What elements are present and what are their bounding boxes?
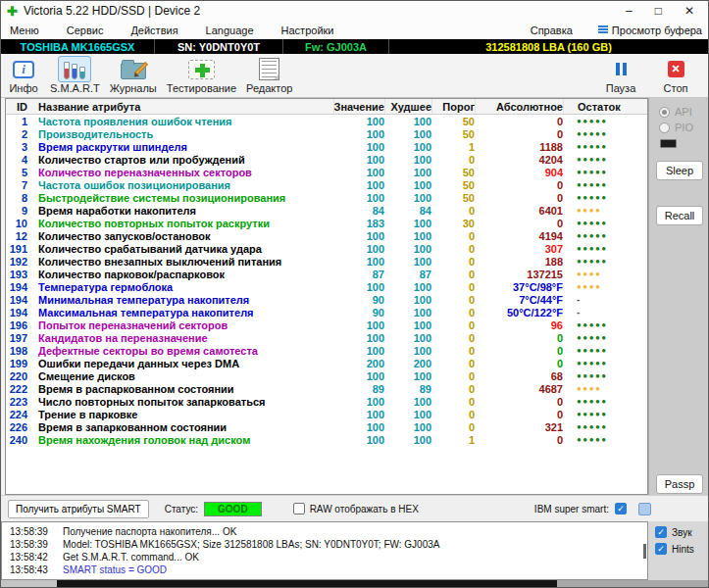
attr-name: Количество срабатываний датчика удара [29,243,333,255]
table-row[interactable]: 194Минимальная температура накопителя901… [6,293,647,306]
attr-health: ●●●●● [563,155,647,165]
testing-tab-button[interactable]: Тестирование [167,56,236,94]
attr-name: Количество переназначенных секторов [29,167,333,178]
attr-health: - [563,308,647,318]
table-row[interactable]: 223Число повторных попыток запарковаться… [6,395,647,408]
column-header-value: Значение [333,99,384,114]
sound-checkbox[interactable]: ✓ Звук [655,526,708,538]
log-message: SMART status = GOOD [47,564,167,576]
sleep-button[interactable]: Sleep [656,161,703,180]
table-row[interactable]: 224Трение в парковке10010000●●●●● [6,408,647,420]
attr-id: 9 [6,205,29,217]
attr-id: 4 [6,154,29,166]
menu-item-help[interactable]: Справка [531,24,573,36]
table-row[interactable]: 220Смещение дисков100100068●●●●● [6,369,647,382]
menu-item-service[interactable]: Сервис [67,24,104,36]
table-row[interactable]: 222Время в распаркованном состоянии89890… [6,382,647,395]
attr-value: 200 [333,358,384,369]
attr-value: 100 [333,167,384,178]
table-row[interactable]: 8Быстродействие системы позиционирования… [6,191,647,204]
editor-tab-button[interactable]: Редактор [246,56,292,94]
log-scrollbar[interactable] [643,544,646,559]
attr-worst: 100 [384,154,431,166]
attr-id: 194 [6,294,29,306]
attr-threshold: 0 [431,269,475,280]
log-timestamp: 13:58:39 [2,538,47,551]
attr-health: ●●●●● [563,231,647,241]
drive-capacity: 312581808 LBA (160 GB) [388,39,708,54]
attr-value: 90 [333,294,384,306]
info-tab-button[interactable]: i Инфо [7,56,40,94]
attr-id: 7 [6,179,29,191]
minimize-button[interactable]: – [626,4,633,18]
ibm-super-smart-checkbox[interactable]: IBM super smart: ✓ [534,503,627,514]
attr-worst: 100 [384,421,431,433]
attr-raw: 0 [475,409,563,420]
hints-checkbox[interactable]: ✓ Hints [655,543,708,555]
attr-health: ●●●●● [563,180,647,190]
table-header: ID Название атрибута Значение Худшее Пор… [6,99,647,115]
table-row[interactable]: 1Частота проявления ошибок чтения1001005… [6,115,647,127]
smart-tab-button[interactable]: S.M.A.R.T [50,56,100,94]
table-row[interactable]: 192Количество внезапных выключений питан… [6,255,647,268]
close-button[interactable]: ✕ [684,4,694,18]
journals-tab-button[interactable]: Журналы [110,56,157,94]
ibm-label: IBM super smart: [534,504,609,514]
menu-item-settings[interactable]: Настройки [281,24,334,36]
table-row[interactable]: 7Частота ошибок позиционирования10010050… [6,178,647,191]
attr-health: ●●●●● [563,397,647,407]
stop-icon: ✕ [668,61,684,77]
maximize-button[interactable]: □ [655,4,662,18]
attr-id: 223 [6,396,29,408]
table-row[interactable]: 4Количество стартов или пробуждений10010… [6,153,647,166]
table-row[interactable]: 196Попыток переназначений секторов100100… [6,318,647,331]
table-row[interactable]: 3Время раскрутки шпинделя10010011188●●●●… [6,140,647,153]
pause-button[interactable]: Пауза [604,56,637,94]
attr-health: ●●●● [563,206,647,216]
table-row[interactable]: 194Температура гермоблока100100037°C/98°… [6,280,647,293]
menu-item-actions[interactable]: Действия [130,24,177,36]
menu-item-menu[interactable]: Меню [10,24,39,36]
attr-raw: 0 [475,396,563,408]
table-row[interactable]: 197Кандидатов на переназначение10010000●… [6,331,647,344]
blue-indicator-button[interactable] [638,503,651,515]
attr-threshold: 50 [431,128,475,140]
table-row[interactable]: 198Дефектные секторы во время самотеста1… [6,344,647,357]
table-row[interactable]: 199Ошибки передачи данных через DMA20020… [6,357,647,369]
attr-health: ●●●●● [563,142,647,152]
table-row[interactable]: 191Количество срабатываний датчика удара… [6,242,647,255]
buffer-view-label: Просмотр буфера [612,24,702,36]
table-row[interactable]: 194Максимальная температура накопителя90… [6,306,647,318]
attr-raw: 188 [475,256,563,268]
table-row[interactable]: 193Количество парковок/распарковок878701… [6,268,647,280]
attr-id: 8 [6,192,29,204]
api-radio[interactable]: API [659,106,692,118]
pio-radio[interactable]: PIO [659,122,693,133]
table-row[interactable]: 9Время наработки накопителя848406401●●●● [6,204,647,217]
attr-worst: 100 [384,294,431,306]
stop-button[interactable]: ✕ Стоп [659,56,692,94]
table-row[interactable]: 5Количество переназначенных секторов1001… [6,166,647,178]
raw-hex-checkbox[interactable]: RAW отображать в HEX [293,503,419,514]
activity-led [660,139,677,148]
attr-health: ●●●● [563,384,647,394]
get-smart-button[interactable]: Получить атрибуты SMART [8,500,149,518]
column-header-health: Остаток [563,99,647,114]
table-row[interactable]: 12Количество запусков/остановок100100041… [6,229,647,242]
attr-value: 100 [333,128,384,140]
table-row[interactable]: 10Количество повторных попыток раскрутки… [6,217,647,229]
attr-health: ●●●●● [563,422,647,432]
log-message: Get S.M.A.R.T. command... OK [47,551,199,564]
buffer-view-button[interactable]: Просмотр буфера [598,24,702,36]
attr-raw: 0 [475,128,563,140]
attr-id: 222 [6,383,29,395]
table-row[interactable]: 226Время в запаркованном состоянии100100… [6,420,647,433]
window-bottom-edge [1,580,708,587]
table-row[interactable]: 2Производительность100100500●●●●● [6,127,647,140]
table-row[interactable]: 240Время нахождения головок над диском10… [6,433,647,446]
passp-button[interactable]: Passp [656,474,703,494]
menu-item-language[interactable]: Language [206,24,254,36]
attr-threshold: 1 [431,434,475,446]
drive-model: TOSHIBA MK1665GSX [1,39,154,54]
recall-button[interactable]: Recall [656,206,703,225]
